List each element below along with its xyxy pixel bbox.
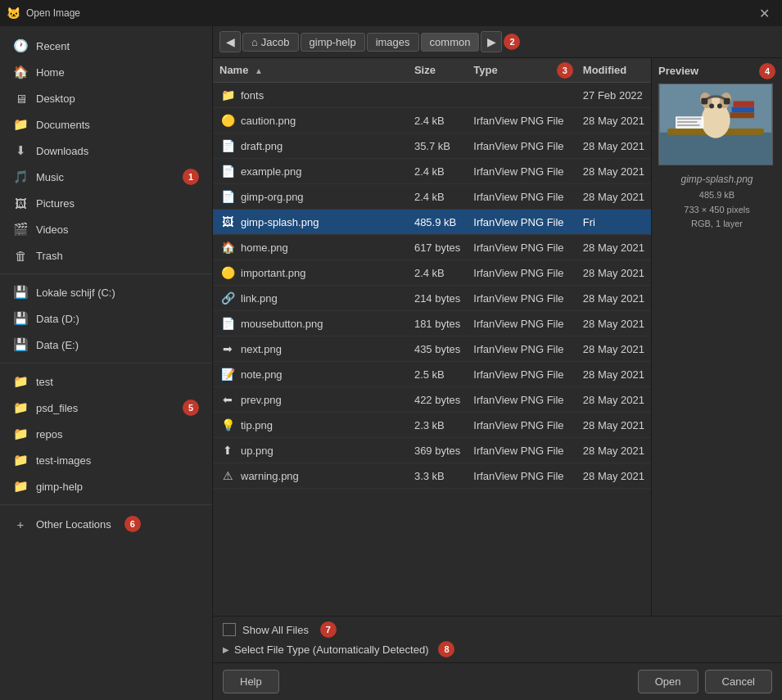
- file-size: 485.9 kB: [408, 210, 467, 235]
- cancel-button[interactable]: Cancel: [705, 670, 772, 693]
- sidebar: 🕐 Recent 🏠 Home 🖥 Desktop 📁 Documents ⬇ …: [0, 26, 213, 700]
- sidebar-item-documents[interactable]: 📁 Documents: [0, 111, 212, 138]
- file-icon: ⬅: [219, 391, 236, 408]
- preview-header: Preview 4: [658, 65, 775, 77]
- svg-rect-7: [701, 98, 707, 105]
- svg-rect-8: [724, 98, 730, 105]
- col-modified[interactable]: Modified: [576, 58, 651, 83]
- table-row[interactable]: 🟡 caution.png 2.4 kB IrfanView PNG File …: [213, 108, 651, 133]
- sidebar-item-home[interactable]: 🏠 Home: [0, 59, 212, 85]
- table-row[interactable]: 📝 note.png 2.5 kB IrfanView PNG File 28 …: [213, 362, 651, 387]
- table-row[interactable]: 🔗 link.png 214 bytes IrfanView PNG File …: [213, 286, 651, 311]
- table-row[interactable]: ➡ next.png 435 bytes IrfanView PNG File …: [213, 336, 651, 362]
- sidebar-item-music[interactable]: 🎵 Music 1: [0, 164, 212, 190]
- file-modified: 28 May 2021: [576, 336, 651, 362]
- open-button[interactable]: Open: [638, 670, 698, 693]
- sidebar-item-desktop[interactable]: 🖥 Desktop: [0, 85, 212, 111]
- sidebar-item-trash[interactable]: 🗑 Trash: [0, 242, 212, 269]
- file-table-container[interactable]: Name ▲ Size Type 3 Modified: [213, 58, 651, 616]
- sidebar-item-pictures[interactable]: 🖼 Pictures: [0, 190, 212, 216]
- sidebar-label-test: test: [36, 376, 53, 388]
- file-type: IrfanView PNG File: [467, 286, 576, 311]
- table-row[interactable]: 💡 tip.png 2.3 kB IrfanView PNG File 28 M…: [213, 413, 651, 438]
- table-row[interactable]: 📁 fonts 27 Feb 2022: [213, 83, 651, 108]
- back-button[interactable]: ◀: [219, 31, 241, 52]
- file-size: [408, 83, 467, 108]
- file-icon: ⚠: [219, 467, 236, 484]
- pictures-icon: 🖼: [13, 196, 28, 210]
- help-button[interactable]: Help: [223, 670, 279, 693]
- col-type[interactable]: Type 3: [467, 58, 576, 83]
- sidebar-item-downloads[interactable]: ⬇ Downloads: [0, 138, 212, 164]
- table-row[interactable]: 🏠 home.png 617 bytes IrfanView PNG File …: [213, 235, 651, 260]
- sidebar-item-videos[interactable]: 🎬 Videos: [0, 216, 212, 242]
- path-segment-common[interactable]: common: [421, 33, 480, 52]
- sidebar-item-drive-e[interactable]: 💾 Data (E:): [0, 332, 212, 358]
- table-row[interactable]: 📄 example.png 2.4 kB IrfanView PNG File …: [213, 159, 651, 184]
- file-area: ◀ ⌂ Jacob gimp-help images common ▶ 2: [213, 26, 782, 700]
- sidebar-label-music: Music: [36, 171, 64, 183]
- file-name: caution.png: [241, 115, 296, 127]
- file-type: IrfanView PNG File: [467, 108, 576, 133]
- forward-button[interactable]: ▶: [481, 31, 502, 52]
- file-name: prev.png: [241, 394, 282, 406]
- file-name-cell: 📄 mousebutton.png: [213, 311, 408, 336]
- table-row[interactable]: 📄 draft.png 35.7 kB IrfanView PNG File 2…: [213, 133, 651, 159]
- path-segment-jacob[interactable]: ⌂ Jacob: [242, 33, 299, 52]
- bookmark-repos-icon: 📁: [13, 427, 28, 441]
- select-file-type-row[interactable]: ▶ Select File Type (Automatically Detect…: [223, 641, 772, 657]
- file-name-cell: 🟡 caution.png: [213, 108, 408, 133]
- file-type: IrfanView PNG File: [467, 336, 576, 362]
- path-segment-gimp-help[interactable]: gimp-help: [301, 33, 365, 52]
- sidebar-other-locations[interactable]: + Other Locations 6: [0, 510, 212, 538]
- file-modified: 28 May 2021: [576, 286, 651, 311]
- file-name: next.png: [241, 343, 282, 355]
- file-modified: 28 May 2021: [576, 133, 651, 159]
- path-label-common: common: [430, 36, 471, 48]
- badge-8: 8: [438, 641, 454, 657]
- col-name[interactable]: Name ▲: [213, 58, 408, 83]
- sidebar-label-gimp-help: gimp-help: [36, 481, 83, 493]
- table-row[interactable]: ⚠ warning.png 3.3 kB IrfanView PNG File …: [213, 463, 651, 489]
- sidebar-item-drive-c[interactable]: 💾 Lokale schijf (C:): [0, 279, 212, 305]
- table-row[interactable]: 📄 gimp-org.png 2.4 kB IrfanView PNG File…: [213, 184, 651, 210]
- col-size-label: Size: [414, 64, 436, 76]
- sidebar-item-recent[interactable]: 🕐 Recent: [0, 33, 212, 59]
- table-row[interactable]: ⬆ up.png 369 bytes IrfanView PNG File 28…: [213, 438, 651, 463]
- sidebar-item-test[interactable]: 📁 test: [0, 368, 212, 395]
- sidebar-label-trash: Trash: [36, 250, 63, 262]
- file-icon: 💡: [219, 417, 236, 433]
- close-button[interactable]: ✕: [753, 2, 775, 25]
- badge-3: 3: [557, 62, 573, 79]
- path-segment-images[interactable]: images: [367, 33, 419, 52]
- table-row[interactable]: 📄 mousebutton.png 181 bytes IrfanView PN…: [213, 311, 651, 336]
- recent-icon: 🕐: [13, 38, 28, 53]
- col-size[interactable]: Size: [408, 58, 467, 83]
- file-modified: 28 May 2021: [576, 438, 651, 463]
- file-icon: 📄: [219, 315, 236, 332]
- svg-rect-16: [677, 121, 698, 123]
- table-row[interactable]: ⬅ prev.png 422 bytes IrfanView PNG File …: [213, 387, 651, 413]
- table-row[interactable]: 🖼 gimp-splash.png 485.9 kB IrfanView PNG…: [213, 210, 651, 235]
- home-icon: 🏠: [13, 65, 28, 79]
- table-row[interactable]: 🟡 important.png 2.4 kB IrfanView PNG Fil…: [213, 260, 651, 286]
- file-size: 2.5 kB: [408, 362, 467, 387]
- sidebar-item-drive-d[interactable]: 💾 Data (D:): [0, 305, 212, 332]
- file-icon: 🟡: [219, 112, 236, 129]
- preview-colormode: RGB, 1 layer: [658, 217, 775, 232]
- videos-icon: 🎬: [13, 222, 28, 237]
- svg-rect-11: [730, 112, 754, 118]
- file-type: IrfanView PNG File: [467, 210, 576, 235]
- svg-rect-12: [732, 106, 754, 112]
- select-file-type-label: Select File Type (Automatically Detected…: [234, 644, 428, 656]
- file-name-cell: 💡 tip.png: [213, 413, 408, 438]
- file-icon: 📁: [219, 87, 236, 103]
- sidebar-item-test-images[interactable]: 📁 test-images: [0, 447, 212, 473]
- sidebar-label-test-images: test-images: [36, 454, 91, 467]
- sidebar-item-repos[interactable]: 📁 repos: [0, 421, 212, 447]
- sidebar-label-other-locations: Other Locations: [36, 518, 111, 531]
- sidebar-item-psd-files[interactable]: 📁 psd_files 5: [0, 395, 212, 421]
- file-name-cell: ⬆ up.png: [213, 438, 408, 463]
- show-all-files-checkbox[interactable]: [223, 623, 236, 636]
- sidebar-item-gimp-help[interactable]: 📁 gimp-help: [0, 473, 212, 499]
